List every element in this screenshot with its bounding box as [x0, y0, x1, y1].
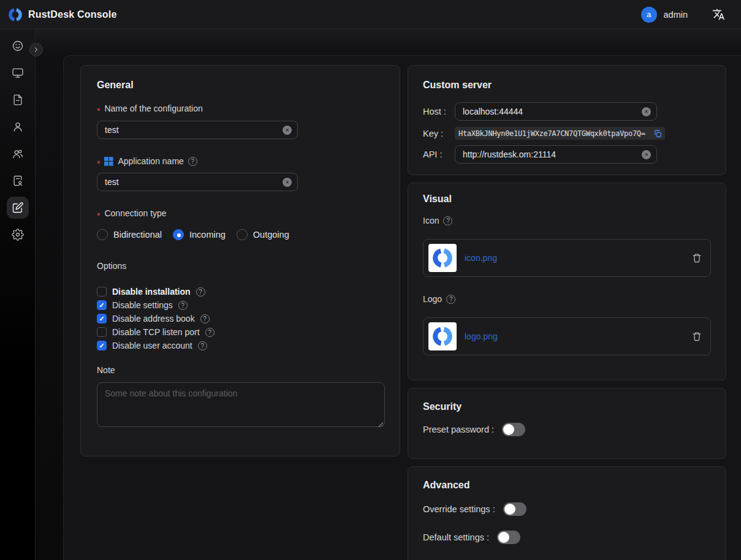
icon-thumbnail [428, 244, 457, 272]
general-panel-title: General [97, 79, 384, 91]
monitor-icon [12, 67, 24, 79]
help-icon[interactable] [200, 314, 210, 324]
api-field[interactable] [455, 145, 657, 164]
sidebar-collapse-button[interactable] [29, 43, 43, 56]
help-icon[interactable] [198, 341, 207, 350]
app-name-input[interactable] [105, 177, 283, 187]
sidebar-item-users[interactable] [7, 116, 29, 138]
logo-file-link[interactable]: logo.png [465, 331, 498, 341]
app-header: RustDesk Console a admin [0, 0, 741, 29]
chevron-right-icon [32, 46, 40, 53]
license-icon [12, 175, 24, 187]
sidebar-item-groups[interactable] [7, 143, 29, 165]
gear-icon [12, 229, 24, 241]
clear-icon[interactable] [642, 150, 651, 159]
host-input[interactable] [463, 107, 642, 116]
override-settings-label: Override settings : [423, 504, 495, 514]
user-avatar[interactable]: a [641, 7, 657, 23]
sidebar [0, 29, 36, 560]
app-name-label: Application name [97, 156, 384, 167]
radio-bidirectional[interactable]: Bidirectional [97, 229, 162, 240]
document-icon [12, 94, 24, 106]
icon-file-link[interactable]: icon.png [465, 253, 497, 263]
key-value-box: HtaXBkJNHyn0e1U1jWXze7A7CN7QTGWqxk0tpaVp… [455, 127, 665, 140]
checkbox-icon[interactable] [97, 327, 107, 337]
preset-password-label: Preset password : [423, 425, 494, 434]
help-icon[interactable] [446, 295, 455, 304]
sidebar-item-license[interactable] [7, 170, 29, 192]
copy-icon[interactable] [653, 129, 662, 138]
help-icon[interactable] [178, 301, 188, 310]
smiley-icon [12, 40, 24, 52]
host-field[interactable] [455, 102, 657, 121]
key-row: Key : HtaXBkJNHyn0e1U1jWXze7A7CN7QTGWqxk… [423, 127, 711, 140]
host-row: Host : [423, 102, 711, 121]
checkbox-icon[interactable] [97, 341, 107, 350]
help-icon[interactable] [443, 216, 452, 225]
clear-icon[interactable] [642, 107, 651, 116]
radio-icon[interactable] [97, 229, 108, 240]
api-row: API : [423, 145, 711, 164]
default-settings-label: Default settings : [423, 532, 489, 542]
note-label: Note [97, 365, 384, 376]
checkbox-icon[interactable] [97, 300, 107, 310]
help-icon[interactable] [196, 287, 205, 297]
visual-title: Visual [423, 193, 711, 205]
translate-icon[interactable] [712, 8, 725, 21]
connection-type-group: Bidirectional Incoming Outgoing [97, 229, 384, 240]
trash-icon[interactable] [692, 331, 702, 341]
security-title: Security [423, 401, 711, 412]
rustdesk-logo-icon [431, 325, 454, 348]
checkbox-icon[interactable] [97, 287, 107, 297]
connection-type-label: Connection type [97, 208, 384, 219]
radio-icon[interactable] [173, 229, 184, 240]
option-disable-address-book[interactable]: Disable address book [97, 314, 384, 324]
option-disable-settings[interactable]: Disable settings [97, 300, 384, 310]
note-textarea[interactable] [97, 382, 385, 427]
key-value: HtaXBkJNHyn0e1U1jWXze7A7CN7QTGWqxk0tpaVp… [458, 129, 651, 138]
custom-server-panel: Custom server Host : Key : HtaXBkJNHyn0e… [408, 65, 726, 175]
option-disable-user-account[interactable]: Disable user account [97, 341, 384, 350]
users-icon [12, 148, 24, 160]
radio-incoming[interactable]: Incoming [173, 229, 226, 240]
trash-icon[interactable] [692, 253, 702, 263]
sidebar-item-custom-client[interactable] [7, 197, 29, 219]
config-name-field[interactable] [97, 121, 298, 139]
preset-password-row: Preset password : [423, 423, 711, 436]
app-title: RustDesk Console [28, 9, 117, 20]
option-disable-installation[interactable]: Disable installation [97, 287, 384, 297]
clear-icon[interactable] [283, 178, 292, 187]
api-label: API : [423, 149, 455, 159]
logo-thumbnail [428, 322, 457, 350]
logo-upload-box: logo.png [423, 317, 711, 355]
user-name[interactable]: admin [664, 10, 688, 20]
security-panel: Security Preset password : [408, 388, 726, 459]
sidebar-item-audit[interactable] [7, 89, 29, 111]
required-asterisk [97, 213, 100, 219]
option-disable-tcp-listen-port[interactable]: Disable TCP listen port [97, 327, 384, 337]
required-asterisk [97, 161, 100, 167]
radio-icon[interactable] [237, 229, 248, 240]
clear-icon[interactable] [283, 126, 292, 135]
sidebar-item-settings[interactable] [7, 224, 29, 246]
key-label: Key : [423, 129, 455, 138]
default-settings-row: Default settings : [423, 531, 711, 544]
radio-outgoing[interactable]: Outgoing [237, 229, 289, 240]
rustdesk-logo-icon [7, 7, 23, 23]
logo-label: Logo [423, 294, 711, 305]
sidebar-item-dashboard[interactable] [7, 35, 29, 57]
app-name-field[interactable] [97, 173, 298, 191]
help-icon[interactable] [188, 157, 197, 166]
config-name-label: Name of the configuration [97, 104, 384, 114]
api-input[interactable] [463, 149, 642, 159]
override-settings-toggle[interactable] [503, 502, 526, 516]
help-icon[interactable] [205, 328, 215, 337]
sidebar-item-devices[interactable] [7, 62, 29, 84]
checkbox-icon[interactable] [97, 314, 107, 324]
default-settings-toggle[interactable] [497, 531, 520, 544]
icon-upload-box: icon.png [423, 239, 711, 277]
config-name-input[interactable] [105, 125, 283, 135]
options-group: Disable installation Disable settings Di… [97, 287, 384, 350]
icon-label: Icon [423, 216, 711, 226]
preset-password-toggle[interactable] [502, 423, 525, 436]
